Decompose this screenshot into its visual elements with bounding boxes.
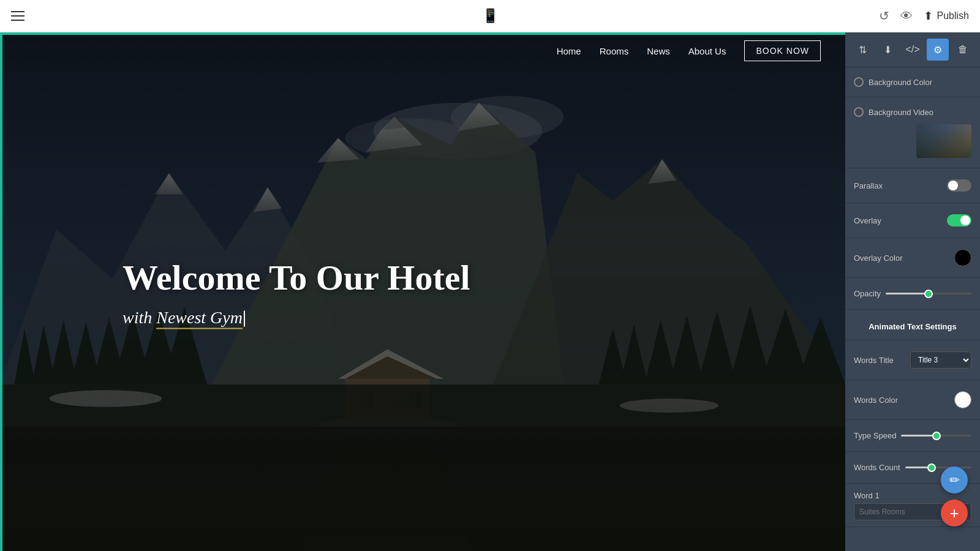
opacity-row: Opacity [854, 284, 971, 303]
words-title-select[interactable]: Title 1 Title 2 Title 3 Title 4 [910, 351, 971, 369]
type-speed-label: Type Speed [854, 431, 896, 440]
animated-word: Newest Gym [156, 307, 243, 329]
publish-button[interactable]: ⬆ Publish [924, 9, 969, 23]
edit-fab-button[interactable]: ✏ [941, 467, 968, 493]
parallax-toggle[interactable] [947, 179, 971, 192]
topbar-center: 📱 [482, 8, 499, 24]
nav-news[interactable]: News [647, 46, 670, 56]
overlay-label: Overlay [854, 216, 881, 225]
animated-text-title: Animated Text Settings [854, 316, 971, 334]
panel-toolbar: ⇅ ⬇ </> ⚙ 🗑 [845, 32, 980, 67]
cloud-upload-icon: ⬆ [924, 9, 933, 23]
words-title-row: Words Title Title 1 Title 2 Title 3 Titl… [854, 347, 971, 373]
canvas: Home Rooms News About Us BOOK NOW Welcom… [0, 32, 845, 551]
subtitle-prefix: with [123, 307, 156, 326]
opacity-slider[interactable] [886, 293, 971, 294]
overlay-color-label: Overlay Color [854, 253, 902, 263]
words-title-label: Words Title [854, 356, 894, 365]
words-color-row: Words Color [854, 386, 971, 413]
animated-text-title-section: Animated Text Settings [845, 310, 980, 340]
fab-container: ✏ + [941, 467, 968, 527]
background-video-section: Background Video [845, 97, 980, 168]
nav-home[interactable]: Home [557, 46, 581, 56]
canvas-left-border [0, 32, 2, 551]
canvas-top-border [0, 32, 845, 35]
words-title-section: Words Title Title 1 Title 2 Title 3 Titl… [845, 340, 980, 380]
topbar: 📱 ↺ 👁 ⬆ Publish [0, 0, 980, 32]
opacity-section: Opacity [845, 278, 980, 310]
publish-label: Publish [937, 10, 969, 21]
text-cursor [244, 311, 245, 327]
move-tool-button[interactable]: ⇅ [851, 39, 873, 61]
code-tool-button[interactable]: </> [902, 39, 924, 61]
overlay-row: Overlay [854, 209, 971, 231]
opacity-label: Opacity [854, 289, 881, 298]
hero-content: Welcome To Our Hotel with Newest Gym [123, 257, 470, 327]
word1-label: Word 1 [854, 491, 880, 500]
topbar-left [11, 11, 24, 21]
delete-tool-button[interactable]: 🗑 [952, 39, 974, 61]
parallax-label: Parallax [854, 181, 883, 190]
background-video-row: Background Video [854, 103, 971, 121]
background-color-section: Background Color [845, 67, 980, 97]
background-video-radio[interactable] [854, 107, 864, 117]
hero-title: Welcome To Our Hotel [123, 257, 470, 298]
preview-eye-icon[interactable]: 👁 [900, 9, 913, 23]
undo-icon[interactable]: ↺ [879, 9, 889, 23]
hamburger-menu-icon[interactable] [11, 11, 24, 21]
add-fab-button[interactable]: + [941, 500, 968, 527]
type-speed-row: Type Speed [854, 426, 971, 445]
overlay-color-swatch[interactable] [954, 249, 971, 266]
video-thumbnail-container [854, 121, 971, 162]
background-color-label: Background Color [869, 78, 932, 87]
nav-about-us[interactable]: About Us [688, 46, 726, 56]
book-now-button[interactable]: BOOK NOW [744, 40, 821, 61]
overlay-color-row: Overlay Color [854, 244, 971, 271]
overlay-color-section: Overlay Color [845, 238, 980, 278]
site-navigation: Home Rooms News About Us BOOK NOW [0, 32, 845, 69]
background-video-label: Background Video [869, 108, 933, 117]
parallax-row: Parallax [854, 174, 971, 197]
overlay-section: Overlay [845, 203, 980, 238]
overlay-toggle[interactable] [947, 214, 971, 227]
background-color-radio[interactable] [854, 77, 864, 87]
background-color-row: Background Color [854, 73, 971, 91]
download-tool-button[interactable]: ⬇ [876, 39, 899, 61]
hero-subtitle: with Newest Gym [123, 307, 470, 327]
settings-tool-button[interactable]: ⚙ [927, 39, 949, 61]
main-area: Home Rooms News About Us BOOK NOW Welcom… [0, 32, 980, 551]
nav-rooms[interactable]: Rooms [600, 46, 629, 56]
nav-links: Home Rooms News About Us BOOK NOW [557, 40, 821, 61]
type-speed-section: Type Speed [845, 420, 980, 452]
video-thumbnail[interactable] [916, 124, 971, 158]
parallax-section: Parallax [845, 168, 980, 203]
phone-preview-icon[interactable]: 📱 [482, 8, 499, 23]
words-color-label: Words Color [854, 395, 898, 405]
words-count-label: Words Count [854, 463, 900, 472]
type-speed-slider[interactable] [901, 435, 971, 437]
topbar-right: ↺ 👁 ⬆ Publish [879, 9, 969, 23]
words-color-section: Words Color [845, 380, 980, 420]
words-color-swatch[interactable] [954, 391, 971, 408]
